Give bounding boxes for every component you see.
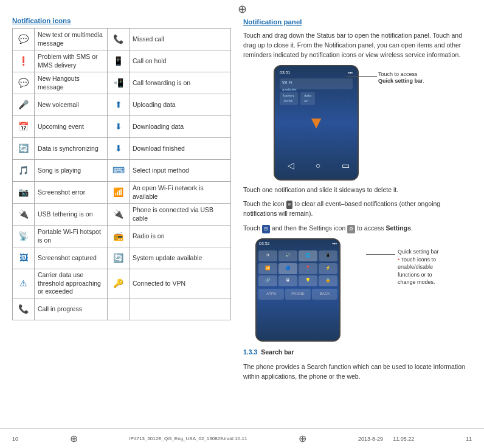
icon-left: 📡	[13, 226, 35, 247]
notification-icons-table: 💬 New text or multimedia message 📞 Misse…	[12, 28, 231, 320]
qs-app-row: APPS PHONE BACK	[257, 288, 339, 301]
quick-setting-line	[347, 76, 377, 77]
table-row: 📡 Portable Wi-Fi hotspot is on 📻 Radio i…	[13, 226, 231, 247]
status-icons-2: ▪▪▪	[333, 241, 337, 247]
desc-right: Phone is connected via USB cable	[130, 204, 231, 226]
icon-left: 📅	[13, 116, 35, 138]
desc-right: Downloading data	[130, 116, 231, 138]
battery-info: battery100%	[280, 92, 298, 105]
desc-right: System update available	[130, 247, 231, 269]
table-row: 💬 New text or multimedia message 📞 Misse…	[13, 29, 231, 50]
desc-left: Portable Wi-Fi hotspot is on	[35, 226, 108, 247]
desc-left: Upcoming event	[35, 116, 108, 138]
desc-left: Data is synchronizing	[35, 138, 108, 160]
phone-arrow: ▼	[308, 110, 325, 136]
footer-file: IP4713_6012E_QG_Eng_USA_02_130829.indd 1…	[130, 436, 247, 441]
desc-right: Missed call	[130, 29, 231, 50]
desc-left: USB tethering is on	[35, 204, 108, 226]
phone-time-1: 03:51	[280, 70, 291, 77]
desc-right: Download finished	[130, 138, 231, 160]
qs-grid-row3: 🔗 🖥 💡 🔒	[257, 275, 339, 286]
desc-left: Screenshot error	[35, 182, 108, 204]
icon-left: 🖼	[13, 247, 35, 269]
qs-grid-row2: 📶 🔵 📍 ⚡	[257, 263, 339, 275]
desc-left: Carrier data use threshold approaching o…	[35, 269, 108, 298]
table-row: 📞 Call in progress	[13, 298, 231, 320]
icon-left: ❗	[13, 50, 35, 72]
footer-compass-right: ⊕	[299, 433, 306, 444]
desc-right: Radio is on	[130, 226, 231, 247]
table-row: 📷 Screenshot error 📶 An open Wi-Fi netwo…	[13, 182, 231, 204]
desc-left: Call in progress	[35, 298, 108, 320]
desc-right: Connected to VPN	[130, 269, 231, 298]
icon-right: ⬆	[108, 94, 130, 116]
table-row: 🔌 USB tethering is on 🔌 Phone is connect…	[13, 204, 231, 226]
footer-right-info: 2013-8-29 11:05:22	[358, 436, 414, 442]
footer-page-left: 10	[12, 436, 18, 442]
icon-left: 💬	[13, 29, 35, 50]
icon-right: 📞	[108, 29, 130, 50]
touch-text-2: Touch the icon ≡ to clear all event–base…	[243, 199, 472, 219]
phone-screen-1: 03:51 ▪▪▪ Wi-Fiavailable battery100% dat…	[275, 66, 358, 179]
table-row: 🎵 Song is playing ⌨ Select input method	[13, 160, 231, 182]
icon-left: 💬	[13, 72, 35, 94]
desc-right: Select input method	[130, 160, 231, 182]
notif-panel-intro: Touch and drag down the Status bar to op…	[243, 31, 472, 60]
wifi-bar: Wi-Fiavailable	[280, 78, 353, 89]
desc-left: New text or multimedia message	[35, 29, 108, 50]
desc-left: Song is playing	[35, 160, 108, 182]
icon-left: 🔄	[13, 138, 35, 160]
icon-left: 📷	[13, 182, 35, 204]
icon-left: ⚠	[13, 269, 35, 298]
icon-right: ⬇	[108, 138, 130, 160]
touch-text-1: Touch one notification and slide it side…	[243, 185, 472, 195]
right-section-title: Notification panel	[243, 17, 472, 27]
icon-right: 🔑	[108, 269, 130, 298]
footer-compass-icon-left: ⊕	[70, 433, 78, 444]
icon-right: ⌨	[108, 160, 130, 182]
search-bar-body: The phone provides a Search function whi…	[243, 362, 472, 382]
footer-time: 11:05:22	[393, 436, 414, 442]
icon-left: 🔌	[13, 204, 35, 226]
table-row: 🔄 Data is synchronizing ⬇ Download finis…	[13, 138, 231, 160]
icon-right: 📱	[108, 50, 130, 72]
top-compass-icon: ⊕	[238, 2, 247, 16]
section-133: 1.3.3 Search bar The phone provides a Se…	[243, 348, 472, 381]
table-row: 💬 New Hangouts message 📲 Call forwarding…	[13, 72, 231, 94]
desc-left: Problem with SMS or MMS delivery	[35, 50, 108, 72]
search-bar-heading: Search bar	[261, 348, 294, 356]
phone-screen-2: 03:52 ▪▪▪ ✈ 🔊 🌐 📱 📶 🔵 📍	[257, 240, 339, 340]
icon-right	[108, 298, 130, 320]
table-row: ❗ Problem with SMS or MMS delivery 📱 Cal…	[13, 50, 231, 72]
phone-mockup-1-wrapper: 03:51 ▪▪▪ Wi-Fiavailable battery100% dat…	[255, 65, 377, 181]
quick-setting-bar-label: Touch to access Quick setting bar.	[378, 71, 432, 85]
icon-right: 🔌	[108, 204, 130, 226]
table-row: 🖼 Screenshot captured 🔄 System update av…	[13, 247, 231, 269]
desc-right: Call on hold	[130, 50, 231, 72]
data-info: dataon	[300, 92, 315, 105]
touch-text-3: Touch ⊞ and then the Settings icon ⚙ to …	[243, 224, 472, 233]
table-row: 📅 Upcoming event ⬇ Downloading data	[13, 116, 231, 138]
table-row: ⚠ Carrier data use threshold approaching…	[13, 269, 231, 298]
qs-bar-line	[366, 254, 395, 255]
table-row: 🎤 New voicemail ⬆ Uploading data	[13, 94, 231, 116]
icon-right: 📻	[108, 226, 130, 247]
footer-date: 2013-8-29	[358, 436, 383, 442]
icon-right: 📶	[108, 182, 130, 204]
phone-status-bar-2: 03:52 ▪▪▪	[257, 240, 339, 249]
qs-grid-row1: ✈ 🔊 🌐 📱	[257, 249, 339, 263]
phone-mockup-2-wrapper: 03:52 ▪▪▪ ✈ 🔊 🌐 📱 📶 🔵 📍	[255, 238, 395, 342]
battery-row: battery100% dataon	[277, 91, 355, 106]
phone-mockup-1: 03:51 ▪▪▪ Wi-Fiavailable battery100% dat…	[274, 65, 359, 181]
phone-time-2: 03:52	[259, 241, 270, 247]
page: ⊕ Notification icons 💬 New text or multi…	[0, 0, 484, 448]
desc-left: New voicemail	[35, 94, 108, 116]
desc-right: An open Wi-Fi network is available	[130, 182, 231, 204]
desc-right: Uploading data	[130, 94, 231, 116]
desc-right	[130, 298, 231, 320]
desc-left: Screenshot captured	[35, 247, 108, 269]
icon-right: ⬇	[108, 116, 130, 138]
phone-status-bar-1: 03:51 ▪▪▪	[277, 69, 355, 78]
status-icons-1: ▪▪▪	[348, 70, 353, 77]
icon-left: 🎵	[13, 160, 35, 182]
